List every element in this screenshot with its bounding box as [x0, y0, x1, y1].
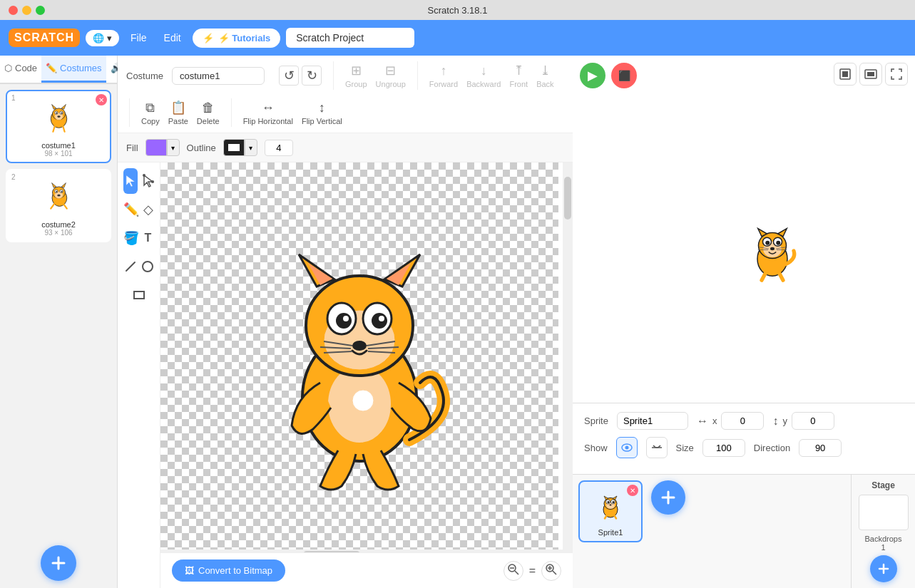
- stop-button[interactable]: ⬛: [611, 63, 637, 88]
- minimize-button[interactable]: [22, 6, 31, 15]
- ungroup-label: Ungroup: [376, 80, 406, 88]
- costume-item[interactable]: 1 ✕: [6, 90, 111, 163]
- pencil-tool-button[interactable]: ✏️: [123, 197, 139, 222]
- show-visible-button[interactable]: [616, 437, 638, 458]
- svg-rect-61: [867, 72, 874, 76]
- tutorials-button[interactable]: ⚡ ⚡ Tutorials: [193, 29, 281, 48]
- sprite-name-input[interactable]: [617, 412, 688, 430]
- outline-label: Outline: [187, 143, 216, 153]
- costume-name-label: costume1: [41, 141, 76, 150]
- normal-view-button[interactable]: [834, 63, 857, 86]
- ungroup-button[interactable]: ⊟ Ungroup: [376, 63, 406, 88]
- svg-point-18: [61, 190, 62, 192]
- sprite-delete-button[interactable]: ✕: [627, 485, 638, 496]
- toolbar-separator: [333, 61, 334, 90]
- reshape-tool-button[interactable]: [140, 168, 155, 194]
- costume-delete-button[interactable]: ✕: [96, 94, 107, 105]
- x-input[interactable]: [721, 412, 764, 430]
- direction-input[interactable]: [799, 439, 842, 457]
- svg-point-27: [143, 262, 153, 272]
- outline-color-swatch[interactable]: [223, 139, 245, 156]
- fill-color-swatch[interactable]: [145, 139, 167, 156]
- add-costume-button[interactable]: [41, 545, 76, 581]
- project-name-input[interactable]: [286, 28, 414, 48]
- svg-point-36: [372, 313, 387, 329]
- scratch-logo: SCRATCH: [9, 29, 80, 47]
- tutorials-icon: ⚡: [203, 33, 214, 43]
- rect-tool-button[interactable]: [126, 282, 152, 308]
- sprite-card[interactable]: ✕: [578, 480, 643, 542]
- svg-rect-59: [842, 71, 848, 77]
- zoom-out-icon: [507, 563, 520, 579]
- y-input[interactable]: [792, 412, 834, 430]
- canvas-scrollbar-vertical[interactable]: [563, 163, 573, 559]
- green-flag-button[interactable]: ▶: [580, 63, 605, 88]
- backward-button[interactable]: ↓ Backward: [466, 63, 501, 88]
- rotate-ccw-button[interactable]: ↺: [279, 66, 299, 86]
- window-controls[interactable]: [9, 6, 45, 15]
- svg-point-87: [613, 501, 615, 503]
- line-tool-button[interactable]: [123, 254, 138, 279]
- fill-dropdown-button[interactable]: ▾: [167, 139, 180, 156]
- circle-icon: [140, 259, 155, 274]
- add-sprite-icon: [660, 489, 677, 506]
- add-backdrop-button[interactable]: [870, 555, 897, 582]
- globe-menu[interactable]: 🌐 ▾: [86, 30, 119, 46]
- draw-tools-row: ✏️ ◇: [123, 197, 154, 222]
- delete-button[interactable]: 🗑 Delete: [197, 100, 220, 125]
- tab-code[interactable]: ⬡ Code: [0, 56, 41, 83]
- edit-menu[interactable]: Edit: [158, 29, 187, 46]
- circle-tool-button[interactable]: [140, 254, 155, 279]
- svg-point-50: [352, 390, 374, 411]
- eraser-tool-button[interactable]: ◇: [142, 197, 154, 222]
- globe-arrow: ▾: [107, 33, 112, 43]
- costume-thumbnail: [37, 96, 80, 138]
- front-button[interactable]: ⤒ Front: [509, 63, 528, 88]
- rotate-cw-button[interactable]: ↻: [302, 66, 322, 86]
- stage-view-buttons: [834, 63, 908, 86]
- zoom-controls: =: [503, 561, 561, 581]
- drawing-area: ✏️ ◇ 🪣 T: [118, 163, 573, 588]
- svg-point-79: [625, 446, 628, 450]
- hide-button[interactable]: [646, 437, 668, 458]
- zoom-in-button[interactable]: [541, 561, 561, 581]
- fill-tool-button[interactable]: 🪣: [123, 225, 139, 251]
- wide-view-button[interactable]: [859, 63, 882, 86]
- fill-tools-row: 🪣 T: [123, 225, 154, 251]
- copy-button[interactable]: ⧉ Copy: [141, 100, 160, 125]
- tools-sidebar: ✏️ ◇ 🪣 T: [118, 163, 160, 588]
- costume-name-field[interactable]: [172, 67, 265, 85]
- tab-costumes[interactable]: ✏️ Costumes: [41, 56, 106, 83]
- costume-toolbar: Costume ↺ ↻ ⊞ Group ⊟ Ungroup ↑ Forward: [118, 56, 573, 133]
- outline-size-input[interactable]: [265, 140, 293, 156]
- flip-vertical-button[interactable]: ↕ Flip Vertical: [302, 100, 342, 125]
- maximize-button[interactable]: [36, 6, 45, 15]
- add-sprite-button[interactable]: [651, 480, 685, 515]
- back-button[interactable]: ⤓ Back: [536, 63, 553, 88]
- paste-button[interactable]: 📋 Paste: [168, 100, 188, 125]
- select-tool-button[interactable]: [123, 168, 138, 194]
- canvas-area[interactable]: 🖼 Convert to Bitmap =: [160, 163, 573, 588]
- forward-button[interactable]: ↑ Forward: [429, 63, 458, 88]
- tabs: ⬡ Code ✏️ Costumes 🔊 Sounds: [0, 56, 117, 84]
- sprite-cat-svg: [596, 492, 625, 520]
- main-layout: ⬡ Code ✏️ Costumes 🔊 Sounds 1 ✕: [0, 56, 915, 588]
- file-menu[interactable]: File: [125, 29, 153, 46]
- convert-to-bitmap-button[interactable]: 🖼 Convert to Bitmap: [172, 559, 285, 582]
- flip-v-icon: ↕: [319, 100, 325, 115]
- size-input[interactable]: [702, 439, 745, 457]
- stage-mini-thumbnail[interactable]: [859, 495, 909, 530]
- zoom-out-button[interactable]: [503, 561, 523, 581]
- outline-inner-preview: [227, 143, 241, 153]
- costume-item[interactable]: 2: [6, 169, 111, 242]
- fullscreen-button[interactable]: [885, 63, 908, 86]
- outline-dropdown-button[interactable]: ▾: [245, 139, 257, 156]
- zoom-reset-button[interactable]: =: [529, 564, 536, 577]
- flip-horizontal-button[interactable]: ↔ Flip Horizontal: [243, 100, 293, 125]
- close-button[interactable]: [9, 6, 18, 15]
- group-button[interactable]: ⊞ Group: [345, 63, 367, 88]
- text-tool-button[interactable]: T: [142, 225, 154, 251]
- titlebar: Scratch 3.18.1: [0, 0, 915, 20]
- cat-thumbnail-svg: [43, 101, 75, 133]
- scrollbar-thumb[interactable]: [564, 177, 571, 220]
